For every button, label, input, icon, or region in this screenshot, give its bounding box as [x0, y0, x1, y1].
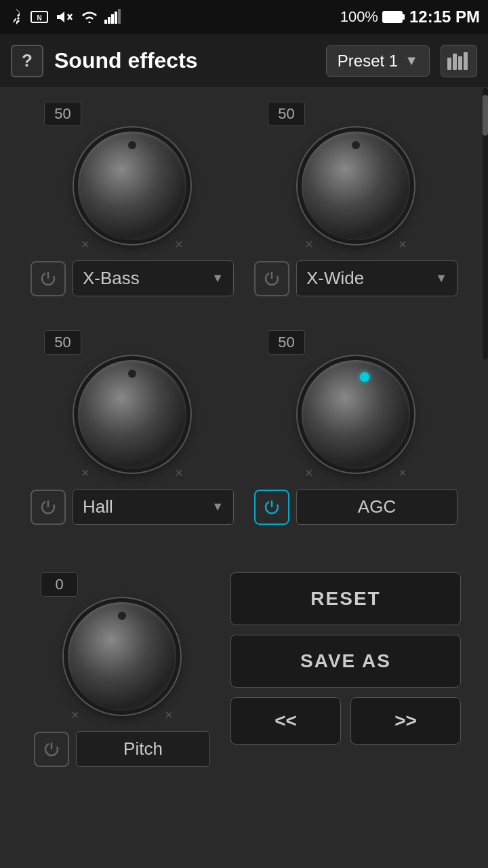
page-title: Sound effects: [54, 48, 315, 73]
xwide-knob[interactable]: [302, 132, 410, 240]
svg-text:N: N: [37, 14, 41, 22]
agc-knob[interactable]: [302, 360, 410, 469]
hall-power-button[interactable]: [30, 490, 66, 525]
xwide-value-row: 50: [268, 102, 305, 126]
prev-button[interactable]: <<: [230, 697, 341, 745]
control-row-2: Hall ▼ AGC: [20, 489, 468, 525]
pitch-knob-dot: [118, 612, 126, 620]
status-right-icons: 100% 12:15 PM: [340, 7, 480, 26]
pitch-control: Pitch: [34, 731, 210, 767]
pitch-tick-right-icon: ×: [165, 707, 173, 723]
xwide-section: 50 × ×: [254, 102, 458, 247]
agc-power-button[interactable]: [254, 490, 289, 525]
eq-button[interactable]: [441, 45, 477, 77]
xwide-power-button[interactable]: [254, 261, 289, 296]
xbass-knob-container[interactable]: × ×: [78, 132, 186, 240]
xbass-knob[interactable]: [78, 132, 186, 240]
xwide-tick-left-icon: ×: [305, 237, 313, 252]
hall-value-row: 50: [44, 330, 81, 355]
next-button[interactable]: >>: [350, 697, 461, 745]
svg-rect-8: [118, 9, 121, 24]
scrollbar[interactable]: [483, 88, 488, 359]
preset-chevron-icon: ▼: [405, 53, 418, 68]
xbass-knob-dot: [128, 141, 136, 149]
xwide-control: X-Wide ▼: [254, 260, 458, 296]
xbass-tick-left-icon: ×: [81, 237, 89, 252]
xbass-chevron-icon: ▼: [211, 271, 224, 285]
agc-value: 50: [268, 330, 305, 355]
nfc-icon: N: [30, 9, 49, 25]
pitch-knob[interactable]: [68, 602, 176, 711]
svg-rect-11: [447, 58, 451, 70]
spacer-1: [20, 310, 468, 330]
pitch-value-row: 0: [41, 572, 78, 597]
xbass-dropdown[interactable]: X-Bass ▼: [73, 260, 234, 296]
hall-dropdown[interactable]: Hall ▼: [73, 489, 234, 525]
time-display: 12:15 PM: [409, 7, 480, 26]
nav-row: << >>: [230, 697, 461, 745]
agc-knob-dot-icon: [360, 372, 369, 382]
xwide-tick-right-icon: ×: [399, 237, 407, 252]
hall-knob-container[interactable]: × ×: [78, 360, 186, 469]
bottom-section: 0 × × Pitch: [20, 572, 468, 767]
battery-icon: [382, 10, 405, 24]
main-content: 50 × × 50 × ×: [0, 88, 488, 781]
scrollbar-thumb[interactable]: [483, 95, 488, 136]
agc-tick-right-icon: ×: [399, 465, 407, 481]
agc-section: 50 × ×: [254, 330, 458, 475]
control-row-1: X-Bass ▼ X-Wide ▼: [20, 260, 468, 296]
pitch-right: RESET SAVE AS << >>: [230, 572, 461, 745]
agc-label: AGC: [296, 489, 458, 525]
pitch-label-box: Pitch: [76, 731, 210, 767]
pitch-power-button[interactable]: [34, 732, 69, 767]
xbass-name: X-Bass: [83, 268, 140, 289]
agc-value-row: 50: [268, 330, 305, 355]
wifi-icon: [80, 9, 99, 25]
save-as-button[interactable]: SAVE AS: [230, 635, 461, 688]
mute-icon: [54, 9, 75, 25]
help-button[interactable]: ?: [11, 45, 43, 77]
spacer-2: [20, 538, 468, 559]
preset-dropdown[interactable]: Preset 1 ▼: [326, 45, 430, 77]
hall-section: 50 × ×: [30, 330, 234, 475]
agc-knob-container[interactable]: × ×: [302, 360, 410, 469]
agc-control: AGC: [254, 489, 458, 525]
xwide-knob-dot: [352, 141, 360, 149]
agc-tick-left-icon: ×: [305, 465, 313, 481]
xwide-knob-container[interactable]: × ×: [302, 132, 410, 240]
xwide-value: 50: [268, 102, 305, 126]
pitch-label: Pitch: [123, 738, 163, 760]
pitch-left: 0 × × Pitch: [27, 572, 217, 767]
xbass-value: 50: [44, 102, 81, 126]
hall-name: Hall: [83, 496, 113, 517]
xbass-power-button[interactable]: [30, 261, 66, 296]
xwide-power-icon: [263, 270, 281, 288]
xbass-control: X-Bass ▼: [30, 260, 234, 296]
svg-rect-7: [115, 12, 117, 24]
xwide-dropdown[interactable]: X-Wide ▼: [296, 260, 458, 296]
hall-tick-right-icon: ×: [175, 465, 183, 481]
xbass-section: 50 × ×: [30, 102, 234, 247]
hall-tick-left-icon: ×: [81, 465, 89, 481]
xwide-name: X-Wide: [306, 268, 364, 289]
svg-rect-10: [403, 14, 405, 20]
svg-rect-13: [458, 56, 462, 70]
knob-row-2: 50 × × 50 × ×: [20, 330, 468, 475]
svg-rect-12: [453, 54, 457, 70]
svg-rect-9: [383, 12, 402, 22]
hall-knob-dot: [128, 370, 136, 378]
svg-rect-6: [111, 14, 114, 24]
preset-label: Preset 1: [338, 52, 398, 71]
status-bar: N 100% 12:15 PM: [0, 0, 488, 34]
svg-rect-4: [104, 20, 107, 24]
xbass-power-icon: [39, 270, 57, 288]
reset-button[interactable]: RESET: [230, 572, 461, 625]
signal-icon: [104, 9, 121, 25]
svg-rect-5: [108, 17, 110, 24]
pitch-power-icon: [43, 741, 60, 758]
hall-knob[interactable]: [78, 360, 186, 469]
xbass-tick-right-icon: ×: [175, 237, 183, 252]
agc-name: AGC: [358, 496, 396, 517]
pitch-knob-container[interactable]: × ×: [68, 602, 176, 711]
knob-row-1: 50 × × 50 × ×: [20, 102, 468, 247]
